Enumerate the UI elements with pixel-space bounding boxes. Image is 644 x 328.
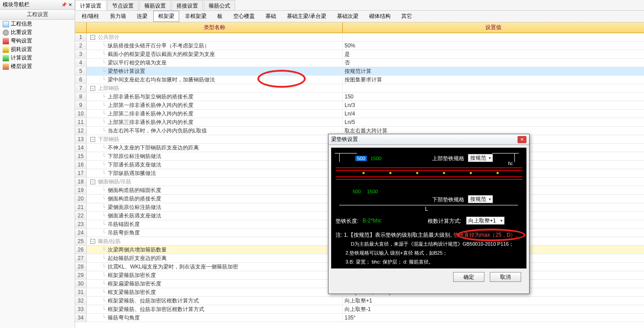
- table-row[interactable]: 4└梁以平行相交的墙为支座否: [75, 59, 644, 67]
- len-val: B-2*bhc: [362, 217, 382, 224]
- row-value[interactable]: 按图集要求计算: [343, 76, 644, 84]
- row-value[interactable]: 否: [343, 59, 644, 67]
- tab2-8[interactable]: 基础主梁/承台梁: [282, 11, 331, 22]
- sidebar-icon: [3, 55, 9, 61]
- sidebar-item-3[interactable]: 损耗设置: [0, 45, 75, 54]
- row-value[interactable]: 是: [343, 50, 644, 58]
- dialog-title: 梁垫铁设置: [331, 136, 358, 143]
- table-row[interactable]: 5└梁垫铁计算设置按规范计算: [75, 67, 644, 76]
- table-row[interactable]: 32└框架梁箍筋、拉筋加密区根数计算方式向上取整+1: [75, 297, 644, 305]
- row-value[interactable]: 150: [343, 93, 644, 101]
- dialog-titlebar[interactable]: 梁垫铁设置 ✕: [328, 134, 529, 145]
- tab1-3[interactable]: 搭接设置: [172, 0, 203, 10]
- tab2-6[interactable]: 空心楼盖: [228, 11, 260, 22]
- tab2-0[interactable]: 柱/墙柱: [77, 11, 104, 22]
- sidebar-item-4[interactable]: 计算设置: [0, 54, 75, 62]
- table-row[interactable]: 11└上部第三排非通长筋伸入跨内的长度Ln/5: [75, 118, 644, 127]
- table-row[interactable]: 7−上部钢筋: [75, 84, 644, 93]
- tab2-9[interactable]: 基础次梁: [332, 11, 363, 22]
- collapse-icon[interactable]: −: [90, 179, 95, 184]
- tab2-7[interactable]: 基础: [261, 11, 281, 22]
- table-row[interactable]: 8└上部非通长筋与架立钢筋的搭接长度150: [75, 93, 644, 101]
- row-value[interactable]: 按规范计算: [343, 67, 644, 75]
- row-num: 19: [75, 186, 87, 194]
- note1c: D为主筋最大直径，来源于《混凝土结构设计规范》GB50010-2010 P116…: [351, 240, 514, 248]
- cancel-button[interactable]: 取消: [490, 272, 521, 282]
- row-num: 34: [75, 314, 87, 322]
- table-row[interactable]: 9└上部第一排非通长筋伸入跨内的长度Ln/3: [75, 101, 644, 110]
- row-name: └下部通长筋遇支座做法: [87, 161, 343, 169]
- tab2-5[interactable]: 板: [212, 11, 227, 22]
- row-num: 29: [75, 271, 87, 279]
- row-value[interactable]: 50%: [343, 42, 644, 50]
- collapse-icon[interactable]: −: [90, 35, 95, 40]
- sidebar-title-bar: 模块导航栏 📌 ✕: [0, 0, 75, 10]
- row-name: └侧面构造筋的锚固长度: [87, 186, 343, 194]
- row-name: └上部非通长筋与架立钢筋的搭接长度: [87, 93, 343, 101]
- close-sidebar-icon[interactable]: ✕: [68, 2, 72, 7]
- row-name: └上部第一排非通长筋伸入跨内的长度: [87, 101, 343, 109]
- row-num: 25: [75, 237, 87, 245]
- row-num: 32: [75, 297, 87, 305]
- tab2-10[interactable]: 砌体结构: [364, 11, 396, 22]
- row-name: −箍筋/拉筋: [87, 237, 343, 245]
- tab1-4[interactable]: 箍筋公式: [204, 0, 235, 10]
- sidebar-item-0[interactable]: 工程信息: [0, 20, 75, 28]
- sidebar-icon: [3, 47, 9, 53]
- row-value[interactable]: Ln/3: [343, 101, 644, 109]
- tab1-0[interactable]: 计算设置: [75, 0, 106, 10]
- count-select[interactable]: 向上取整+1: [466, 217, 505, 225]
- table-row[interactable]: 2└纵筋搭接接头错开百分率（不考虑架立筋）50%: [75, 42, 644, 50]
- row-name: └箍筋弯勾角度: [87, 314, 343, 322]
- ok-button[interactable]: 确定: [453, 272, 484, 282]
- tab2-1[interactable]: 剪力墙: [105, 11, 131, 22]
- sidebar-item-5[interactable]: 楼层设置: [0, 62, 75, 71]
- row-value[interactable]: 135°: [343, 314, 644, 322]
- table-row[interactable]: 3└截面小的框架梁是否以截面大的框架梁为支座是: [75, 50, 644, 59]
- tab1-2[interactable]: 箍筋设置: [139, 0, 171, 10]
- table-row[interactable]: 10└上部第二排非通长筋伸入跨内的长度Ln/4: [75, 110, 644, 118]
- tab2-2[interactable]: 连梁: [132, 11, 152, 22]
- row-num: 12: [75, 127, 87, 135]
- row-name: −侧面钢筋/吊筋: [87, 178, 343, 186]
- row-value[interactable]: Ln/5: [343, 118, 644, 126]
- collapse-icon[interactable]: −: [90, 86, 95, 91]
- pin-icon[interactable]: 📌: [61, 2, 67, 7]
- row-name: └不伸入支座的下部钢筋距支座边的距离: [87, 144, 343, 152]
- row-num: 14: [75, 144, 87, 152]
- sidebar-title: 模块导航栏: [3, 1, 29, 9]
- col-val: 设置值: [343, 22, 644, 33]
- top-spec-select[interactable]: 按规范: [468, 154, 493, 162]
- row-value[interactable]: 向上取整+1: [343, 297, 644, 305]
- table-row[interactable]: 1−公共部分: [75, 33, 644, 42]
- row-num: 11: [75, 118, 87, 126]
- row-num: 27: [75, 254, 87, 262]
- sidebar-item-2[interactable]: 弯钩设置: [0, 37, 75, 45]
- collapse-icon[interactable]: −: [90, 239, 95, 244]
- collapse-icon[interactable]: −: [90, 137, 95, 142]
- row-name: └梁垫铁计算设置: [87, 67, 343, 75]
- close-icon[interactable]: ✕: [518, 136, 526, 143]
- tab2-4[interactable]: 非框架梁: [180, 11, 211, 22]
- row-name: └次梁两侧共增加箍筋数量: [87, 246, 343, 254]
- note1b: 垫铁直径为max（25，D）,: [453, 232, 518, 238]
- count-label: 根数计算方式:: [428, 217, 461, 225]
- tab2-3[interactable]: 框架梁: [153, 11, 179, 22]
- row-value[interactable]: [343, 33, 644, 41]
- tab2-11[interactable]: 其它: [396, 11, 417, 22]
- tab1-1[interactable]: 节点设置: [107, 0, 139, 10]
- row-num: 6: [75, 76, 87, 84]
- sidebar-item-1[interactable]: 比重设置: [0, 28, 75, 37]
- row-value[interactable]: 向上取整-1: [343, 305, 644, 313]
- row-num: 33: [75, 305, 87, 313]
- table-row[interactable]: 34└箍筋弯勾角度135°: [75, 314, 644, 322]
- table-row[interactable]: 33└框架梁箍筋、拉筋非加密区根数计算方式向上取整-1: [75, 305, 644, 314]
- row-value[interactable]: [343, 84, 644, 92]
- row-num: 4: [75, 59, 87, 67]
- row-value[interactable]: Ln/4: [343, 110, 644, 118]
- bot-spec-select[interactable]: 按规范: [468, 195, 493, 203]
- table-row[interactable]: 6└梁中间支座处左右均有加腋时，加腋钢筋做法按图集要求计算: [75, 76, 644, 84]
- bot-spec-label: 下部垫铁规格: [432, 196, 464, 204]
- sidebar-icon: [3, 21, 9, 27]
- hc-label: hc: [508, 161, 513, 166]
